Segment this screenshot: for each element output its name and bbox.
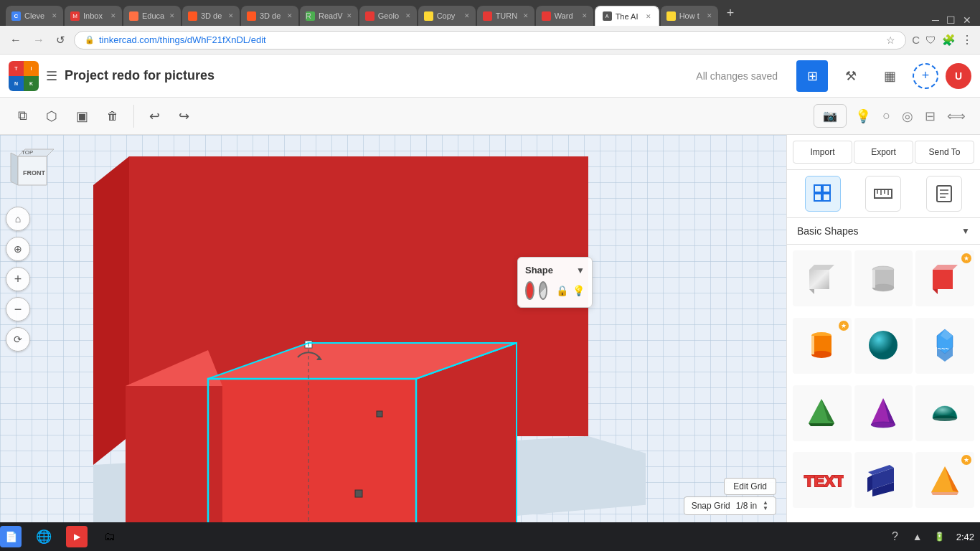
light-icon[interactable]: 💡 bbox=[573, 285, 585, 296]
chromebook-icon[interactable]: C bbox=[912, 34, 920, 46]
perspective-button[interactable]: 💡 bbox=[852, 105, 874, 127]
address-bar[interactable]: 🔒 tinkercad.com/things/dWhF21fXnDL/edit … bbox=[74, 31, 906, 50]
tab-ward[interactable]: Ward ✕ bbox=[536, 6, 593, 26]
restore-button[interactable]: ☐ bbox=[946, 14, 956, 26]
drive-taskbar-icon[interactable]: 🗂 bbox=[99, 526, 121, 547]
view-cube[interactable]: FRONT TOP bbox=[7, 142, 68, 203]
tinkercad-logo[interactable]: T I N K bbox=[9, 61, 39, 91]
undo-button[interactable]: ↩ bbox=[143, 103, 166, 129]
import-button[interactable]: Import bbox=[793, 141, 852, 164]
docs-taskbar-icon[interactable]: 📄 bbox=[0, 526, 22, 547]
viewport[interactable]: FRONT TOP ⌂ ⊕ + − ⟳ Shape ▼ 🔒 💡 bbox=[0, 135, 786, 522]
shape-prism-navy[interactable] bbox=[854, 452, 913, 508]
tab-inbox[interactable]: M Inbox ✕ bbox=[65, 6, 122, 26]
color-swatch-gray[interactable] bbox=[539, 281, 548, 300]
app-header: T I N K ☰ Project redo for pictures All … bbox=[0, 55, 980, 98]
svg-marker-47 bbox=[933, 265, 958, 270]
svg-marker-23 bbox=[11, 153, 18, 185]
shield-icon[interactable]: 🛡 bbox=[925, 34, 936, 46]
tab-close[interactable]: ✕ bbox=[582, 12, 588, 19]
shape-cylinder-gray[interactable] bbox=[854, 250, 913, 306]
question-icon[interactable]: ? bbox=[892, 530, 898, 543]
snap-grid-label: Snap Grid bbox=[692, 501, 730, 511]
tab-readv[interactable]: R ReadV ✕ bbox=[300, 6, 358, 26]
forward-button[interactable]: → bbox=[30, 31, 47, 50]
tab-close[interactable]: ✕ bbox=[347, 12, 352, 19]
export-button[interactable]: Export bbox=[854, 141, 913, 164]
edit-grid-button[interactable]: Edit Grid bbox=[724, 478, 776, 495]
panel-chevron[interactable]: ▼ bbox=[576, 265, 585, 276]
bookmark-icon[interactable]: ☆ bbox=[886, 34, 895, 46]
youtube-taskbar-icon[interactable]: ▶ bbox=[66, 526, 88, 547]
tab-educa[interactable]: Educa ✕ bbox=[123, 6, 181, 26]
extension-icon[interactable]: 🧩 bbox=[942, 34, 956, 47]
grid-panel-button[interactable] bbox=[805, 176, 841, 212]
build-button[interactable]: ⚒ bbox=[835, 60, 867, 92]
lock-icon[interactable]: 🔒 bbox=[556, 285, 568, 296]
zoom-in-button[interactable]: + bbox=[6, 267, 30, 291]
close-button[interactable]: ✕ bbox=[963, 14, 971, 26]
orbit-button[interactable]: ⟳ bbox=[6, 327, 30, 352]
tab-close[interactable]: ✕ bbox=[52, 12, 57, 19]
shape-cone-purple[interactable] bbox=[854, 385, 913, 441]
tab-3dde1[interactable]: 3D de ✕ bbox=[182, 6, 240, 26]
chrome-taskbar-icon[interactable]: 🌐 bbox=[33, 526, 55, 547]
zoom-fit-button[interactable]: ⊕ bbox=[6, 237, 30, 261]
wireframe-button[interactable]: ◎ bbox=[899, 105, 916, 127]
mirror-button[interactable]: ⟺ bbox=[944, 105, 969, 127]
shape-pyramid-yellow[interactable]: ★ bbox=[915, 452, 974, 508]
tab-active-close[interactable]: ✕ bbox=[646, 13, 651, 20]
redo-button[interactable]: ↪ bbox=[172, 103, 196, 129]
tab-turn[interactable]: TURN ✕ bbox=[477, 6, 534, 26]
shape-cylinder-orange[interactable]: ★ bbox=[793, 318, 852, 374]
ruler-panel-button[interactable] bbox=[865, 176, 901, 212]
align-button[interactable]: ⊟ bbox=[922, 105, 938, 127]
tab-howt[interactable]: How t ✕ bbox=[661, 6, 718, 26]
send-to-button[interactable]: Send To bbox=[915, 141, 974, 164]
hamburger-button[interactable]: ☰ bbox=[46, 68, 57, 84]
duplicate-button[interactable]: ⬡ bbox=[39, 103, 64, 129]
dashboard-button[interactable]: ▦ bbox=[874, 60, 905, 92]
shape-box-gray[interactable] bbox=[793, 250, 852, 306]
minimize-button[interactable]: ─ bbox=[932, 14, 939, 26]
copy-object-button[interactable]: ⧉ bbox=[11, 103, 34, 128]
more-button[interactable]: ⋮ bbox=[961, 33, 973, 47]
color-swatch-red[interactable] bbox=[525, 281, 534, 300]
solid-view-button[interactable]: ○ bbox=[880, 105, 893, 126]
shape-panel: Shape ▼ 🔒 💡 bbox=[517, 257, 593, 308]
grid-view-button[interactable]: ⊞ bbox=[796, 60, 828, 92]
tab-copy[interactable]: Copy ✕ bbox=[418, 6, 476, 26]
tab-close[interactable]: ✕ bbox=[523, 12, 529, 19]
shape-text-red[interactable]: TEXT bbox=[793, 452, 852, 508]
delete-button[interactable]: 🗑 bbox=[100, 105, 125, 128]
reload-button[interactable]: ↺ bbox=[53, 31, 68, 50]
camera-button[interactable]: 📷 bbox=[814, 104, 847, 128]
tab-3dde2[interactable]: 3D de ✕ bbox=[241, 6, 298, 26]
shapes-dropdown-row[interactable]: Basic Shapes ▼ bbox=[787, 218, 980, 245]
group-button[interactable]: ▣ bbox=[70, 103, 95, 129]
avatar[interactable]: U bbox=[946, 63, 971, 89]
shape-half-sphere[interactable] bbox=[915, 385, 974, 441]
tab-close[interactable]: ✕ bbox=[405, 12, 411, 19]
tab-close[interactable]: ✕ bbox=[169, 12, 175, 19]
back-button[interactable]: ← bbox=[7, 31, 24, 50]
tab-geolo[interactable]: Geolo ✕ bbox=[359, 6, 417, 26]
tab-close[interactable]: ✕ bbox=[228, 12, 234, 19]
tab-close[interactable]: ✕ bbox=[707, 12, 712, 19]
tab-the-ai[interactable]: A The AI ✕ bbox=[595, 6, 659, 26]
add-user-button[interactable]: + bbox=[913, 63, 938, 89]
tab-close[interactable]: ✕ bbox=[464, 12, 470, 19]
shape-wavy-blue[interactable]: ~~~ bbox=[915, 318, 974, 374]
shapes-dropdown-arrow[interactable]: ▼ bbox=[961, 226, 970, 236]
new-tab-button[interactable]: + bbox=[724, 6, 738, 21]
shape-sphere-teal[interactable] bbox=[854, 318, 913, 374]
tab-close[interactable]: ✕ bbox=[287, 12, 293, 19]
shape-box-red[interactable]: ★ bbox=[915, 250, 974, 306]
notes-panel-button[interactable] bbox=[926, 176, 962, 212]
tab-close[interactable]: ✕ bbox=[110, 12, 116, 19]
snap-arrows[interactable]: ▲ ▼ bbox=[763, 500, 768, 512]
tab-cleve[interactable]: C Cleve ✕ bbox=[6, 6, 63, 26]
zoom-out-button[interactable]: − bbox=[6, 297, 30, 321]
shape-pyramid-green[interactable] bbox=[793, 385, 852, 441]
home-button[interactable]: ⌂ bbox=[6, 207, 30, 231]
